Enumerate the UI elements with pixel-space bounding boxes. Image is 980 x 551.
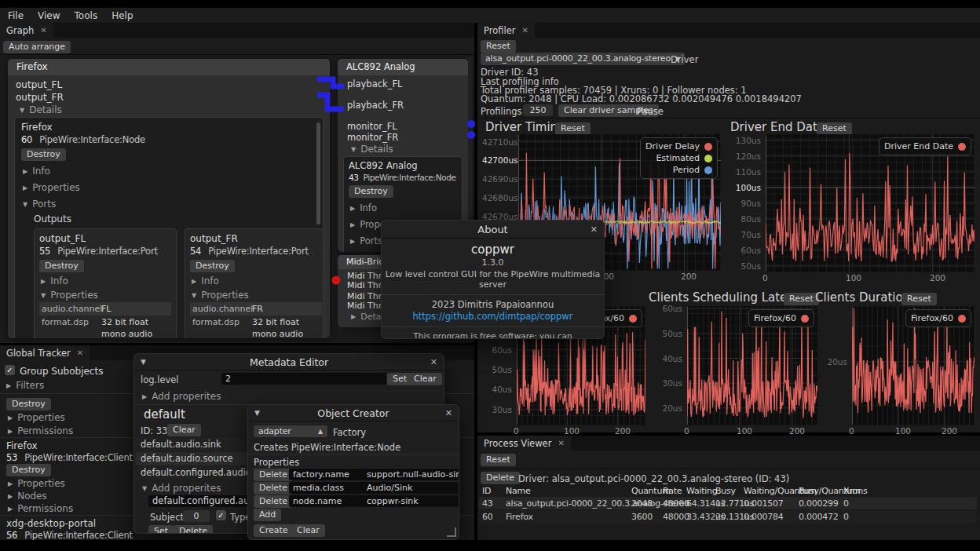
y-axis-label: 20us bbox=[651, 403, 682, 413]
destroy-button[interactable]: Destroy bbox=[21, 148, 66, 161]
properties-toggle[interactable]: ▶ Properties bbox=[8, 478, 65, 489]
port-playback-fl[interactable]: playback_FL bbox=[347, 78, 402, 89]
port-monitor-fr[interactable]: monitor_FR bbox=[347, 132, 398, 143]
create-button[interactable]: Create bbox=[254, 524, 294, 537]
github-link[interactable]: https://github.com/dimtpap/coppwr bbox=[382, 311, 604, 322]
delete-button[interactable]: Delete bbox=[481, 472, 520, 484]
port-output-fl[interactable]: output_FL bbox=[16, 79, 62, 90]
details-toggle[interactable]: ▼ Details bbox=[20, 104, 62, 115]
about-titlebar[interactable]: About ✕ bbox=[382, 221, 604, 239]
properties-toggle[interactable]: ▼ Properties bbox=[192, 290, 322, 301]
destroy-button[interactable]: Destroy bbox=[349, 185, 393, 198]
auto-arrange-button[interactable]: Auto arrange bbox=[3, 41, 71, 53]
close-icon[interactable]: ✕ bbox=[522, 26, 528, 35]
reset-button[interactable]: Reset bbox=[784, 293, 819, 305]
legend-entry[interactable]: Period bbox=[645, 164, 712, 176]
plot-area[interactable]: Firefox/60 bbox=[852, 306, 975, 425]
delete-button[interactable]: Delete bbox=[254, 482, 293, 494]
set-button[interactable]: Set bbox=[148, 525, 174, 534]
destroy-button[interactable]: Destroy bbox=[6, 398, 51, 411]
close-icon[interactable]: ✕ bbox=[591, 224, 598, 235]
close-icon[interactable]: ✕ bbox=[77, 348, 83, 357]
plot-area[interactable]: Firefox/60 bbox=[687, 306, 817, 425]
firefox-node[interactable]: Firefox output_FL output_FR ▼ Details Fi… bbox=[8, 59, 330, 338]
subject-value[interactable]: 0 bbox=[183, 510, 210, 522]
add-properties-toggle[interactable]: ▶ Add properites bbox=[142, 391, 221, 402]
add-properties-toggle[interactable]: ▼ Add properites bbox=[142, 483, 221, 494]
reset-button[interactable]: Reset bbox=[817, 122, 852, 135]
destroy-button[interactable]: Destroy bbox=[39, 260, 84, 272]
resize-handle-icon[interactable] bbox=[447, 527, 456, 537]
menu-tools[interactable]: Tools bbox=[75, 10, 98, 21]
reset-button[interactable]: Reset bbox=[481, 40, 516, 53]
destroy-button[interactable]: Destroy bbox=[190, 260, 235, 272]
chart-legend: Driver End Date bbox=[879, 137, 971, 155]
legend-entry[interactable]: Estimated bbox=[645, 152, 712, 164]
pause-button[interactable]: Pause bbox=[637, 106, 664, 117]
type-checkbox[interactable]: ✓ bbox=[216, 510, 226, 520]
firefox-node-header[interactable]: Firefox bbox=[8, 59, 330, 75]
clear-button[interactable]: Clear bbox=[167, 424, 201, 436]
legend-entry[interactable]: Firefox/60 bbox=[754, 312, 809, 324]
property-key-input[interactable]: node.name bbox=[289, 495, 364, 507]
info-toggle[interactable]: ▶ Info bbox=[192, 276, 322, 286]
tab-graph[interactable]: Graph ✕ bbox=[0, 23, 53, 38]
nodes-toggle[interactable]: ▶ Nodes bbox=[8, 491, 47, 502]
properties-toggle[interactable]: ▶ Properties bbox=[23, 182, 316, 193]
client-name: Firefox bbox=[6, 440, 38, 451]
tab-profiler[interactable]: Profiler ✕ bbox=[477, 23, 535, 38]
alc892-node-header[interactable]: ALC892 Analog bbox=[338, 59, 468, 75]
close-icon[interactable]: ✕ bbox=[430, 357, 437, 367]
clear-button[interactable]: Clear bbox=[408, 373, 442, 385]
legend-entry[interactable]: Firefox/60 bbox=[911, 312, 966, 324]
delete-button[interactable]: Delete bbox=[254, 469, 293, 481]
port-playback-fr[interactable]: playback_FR bbox=[347, 100, 404, 111]
menu-file[interactable]: File bbox=[8, 10, 24, 21]
properties-toggle[interactable]: ▶ Properties bbox=[8, 412, 65, 423]
property-value-input[interactable]: coppwr-sink bbox=[363, 495, 459, 507]
info-toggle[interactable]: ▶ Info bbox=[350, 203, 457, 213]
permissions-toggle[interactable]: ▶ Permissions bbox=[8, 425, 73, 436]
group-subobjects-checkbox[interactable]: ✓ bbox=[5, 365, 15, 375]
metadata-editor-titlebar[interactable]: ▼ Metadata Editor ✕ bbox=[134, 354, 444, 370]
destroy-button[interactable]: Destroy bbox=[6, 464, 51, 476]
driver-select[interactable]: alsa_output.pci-0000_22_00.3.analog-ster… bbox=[481, 53, 685, 65]
caret-down-icon: ▼ bbox=[41, 292, 46, 299]
menu-help[interactable]: Help bbox=[112, 10, 133, 21]
delete-button[interactable]: Delete bbox=[174, 525, 213, 534]
profilings-value[interactable]: 250 bbox=[523, 104, 553, 116]
properties-toggle[interactable]: ▼ Properties bbox=[41, 290, 171, 301]
filters-toggle[interactable]: ▶ Filters bbox=[6, 380, 44, 391]
close-icon[interactable]: ✕ bbox=[445, 408, 452, 418]
close-icon[interactable]: ✕ bbox=[40, 26, 46, 35]
permissions-toggle[interactable]: ▶ Permissions bbox=[8, 503, 73, 514]
tab-global-tracker[interactable]: Global Tracker ✕ bbox=[0, 345, 90, 360]
object-creator-titlebar[interactable]: ▼ Object Creator ✕ bbox=[248, 405, 459, 421]
metadata-value-input[interactable]: 2 bbox=[221, 373, 386, 385]
ports-toggle[interactable]: ▼ Ports bbox=[23, 199, 316, 210]
details-toggle[interactable]: ▼ Details bbox=[351, 144, 393, 155]
legend-entry[interactable]: Driver End Date bbox=[884, 140, 966, 152]
property-value-input[interactable]: Audio/Sink bbox=[363, 482, 459, 494]
info-toggle[interactable]: ▶ Info bbox=[41, 276, 171, 286]
port-output-fr[interactable]: output_FR bbox=[16, 92, 64, 103]
menu-view[interactable]: View bbox=[38, 10, 60, 21]
close-icon[interactable]: ✕ bbox=[558, 439, 564, 447]
reset-button[interactable]: Reset bbox=[555, 122, 591, 135]
property-key-input[interactable]: factory.name bbox=[289, 469, 364, 480]
clear-button[interactable]: Clear bbox=[291, 524, 325, 537]
scrollbar[interactable] bbox=[316, 122, 320, 224]
factory-select[interactable]: adapter ▲ bbox=[254, 425, 327, 437]
property-value-input[interactable]: support.null-audio-sink bbox=[363, 469, 459, 480]
info-toggle[interactable]: ▶ Info bbox=[23, 166, 316, 177]
info-label: Info bbox=[50, 276, 68, 286]
delete-button[interactable]: Delete bbox=[254, 495, 293, 508]
plot-area[interactable]: Driver End Date bbox=[766, 134, 975, 272]
legend-entry[interactable]: Driver Delay bbox=[645, 140, 712, 152]
port-monitor-fl[interactable]: monitor_FL bbox=[347, 121, 397, 132]
property-key-input[interactable]: media.class bbox=[289, 482, 364, 494]
add-button[interactable]: Add bbox=[254, 509, 281, 521]
tab-process-viewer[interactable]: Process Viewer ✕ bbox=[477, 436, 571, 451]
reset-button[interactable]: Reset bbox=[481, 454, 516, 466]
reset-button[interactable]: Reset bbox=[901, 293, 937, 305]
